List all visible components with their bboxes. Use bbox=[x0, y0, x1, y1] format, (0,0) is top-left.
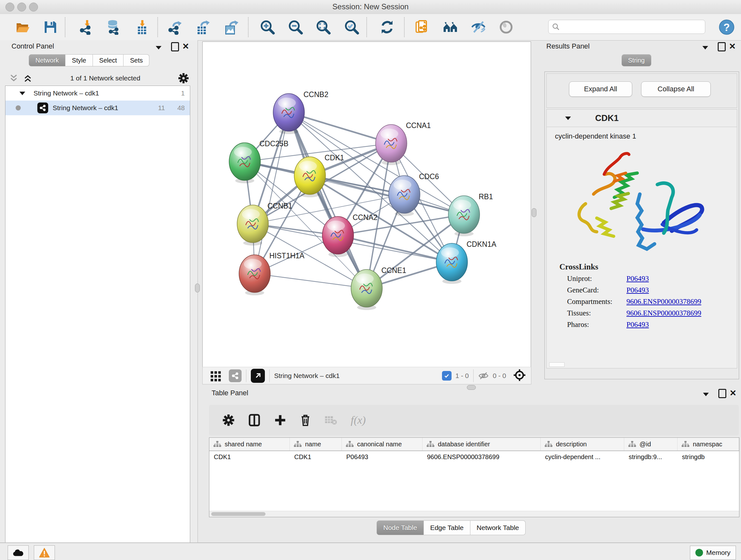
show-column-icon[interactable] bbox=[248, 414, 261, 427]
panel-close-icon[interactable]: ✕ bbox=[730, 388, 737, 398]
zoom-selected-button[interactable] bbox=[342, 18, 361, 37]
control-panel-tabs: NetworkStyleSelectSets bbox=[29, 54, 149, 66]
column-header-@id[interactable]: @id bbox=[624, 438, 677, 450]
expand-all-button[interactable]: Expand All bbox=[569, 81, 632, 97]
help-button[interactable]: ? bbox=[718, 18, 736, 37]
panel-float-icon[interactable] bbox=[171, 42, 179, 51]
apply-layout-button[interactable] bbox=[378, 18, 396, 37]
tree-expander-icon[interactable] bbox=[19, 91, 25, 95]
network-node-CCNA1[interactable] bbox=[376, 125, 407, 165]
network-row-selected[interactable]: String Network – cdk1 11 48 bbox=[5, 101, 190, 115]
network-node-HIST1H1A[interactable] bbox=[239, 255, 270, 295]
zoom-out-button[interactable] bbox=[286, 18, 305, 37]
delete-column-icon[interactable] bbox=[300, 414, 311, 427]
save-session-button[interactable] bbox=[41, 18, 60, 37]
tab-node-table[interactable]: Node Table bbox=[377, 520, 424, 535]
cdk1-entry-header[interactable]: CDK1 bbox=[547, 110, 737, 127]
network-edge[interactable] bbox=[255, 112, 289, 273]
column-header-database-identifier[interactable]: database identifier bbox=[422, 438, 541, 450]
export-network-button[interactable] bbox=[166, 18, 185, 37]
crosslink-link[interactable]: 9606.ENSP00000378699 bbox=[626, 298, 701, 306]
share-document-button[interactable] bbox=[413, 18, 431, 37]
network-view-title: String Network – cdk1 bbox=[274, 372, 340, 380]
crosslink-link[interactable]: 9606.ENSP00000378699 bbox=[626, 309, 701, 317]
string-home-button[interactable] bbox=[441, 18, 460, 37]
hide-elements-button[interactable] bbox=[469, 18, 488, 37]
tab-network[interactable]: Network bbox=[29, 54, 65, 66]
splitter-handle[interactable] bbox=[195, 284, 200, 293]
search-field[interactable] bbox=[548, 20, 705, 34]
string-view-icon[interactable] bbox=[229, 369, 242, 382]
network-edge[interactable] bbox=[289, 112, 367, 288]
expand-all-icon[interactable] bbox=[23, 73, 32, 83]
export-image-button[interactable] bbox=[222, 18, 241, 37]
splitter-handle[interactable] bbox=[532, 208, 536, 217]
show-elements-button[interactable] bbox=[497, 18, 515, 37]
tab-style[interactable]: Style bbox=[65, 54, 92, 66]
open-session-button[interactable] bbox=[13, 18, 31, 37]
panel-menu-icon[interactable] bbox=[702, 43, 708, 52]
network-edge[interactable] bbox=[338, 235, 452, 262]
tab-network-table[interactable]: Network Table bbox=[470, 520, 526, 535]
network-node-RB1[interactable] bbox=[448, 196, 480, 236]
zoom-fit-button[interactable] bbox=[314, 18, 333, 37]
column-header-canonical-name[interactable]: canonical name bbox=[342, 438, 422, 450]
collapse-all-icon[interactable] bbox=[9, 73, 18, 83]
panel-close-icon[interactable]: ✕ bbox=[182, 42, 189, 51]
network-edge[interactable] bbox=[255, 273, 367, 288]
toolbar-separator bbox=[157, 17, 158, 37]
panel-close-icon[interactable]: ✕ bbox=[729, 42, 736, 51]
network-collection-label: String Network – cdk1 bbox=[33, 89, 99, 97]
collapse-all-button[interactable]: Collapse All bbox=[641, 81, 711, 97]
cloud-tasks-button[interactable] bbox=[8, 545, 29, 560]
crosslink-link[interactable]: P06493 bbox=[626, 286, 649, 294]
column-header-namespac[interactable]: namespac bbox=[677, 438, 739, 450]
network-node-CDKN1A[interactable] bbox=[436, 243, 468, 284]
import-table-button[interactable] bbox=[132, 18, 151, 37]
create-column-icon[interactable] bbox=[274, 414, 286, 426]
column-header-name[interactable]: name bbox=[290, 438, 342, 450]
network-node-CCNE1[interactable] bbox=[351, 269, 382, 310]
network-node-CDC25B[interactable] bbox=[229, 143, 260, 183]
column-header-shared-name[interactable]: shared name bbox=[209, 438, 290, 450]
table-row[interactable]: CDK1CDK1P064939606.ENSP00000378699cyclin… bbox=[209, 451, 739, 464]
detach-view-icon[interactable] bbox=[251, 369, 265, 383]
import-network-from-database-button[interactable] bbox=[104, 18, 123, 37]
selected-checkbox-icon[interactable] bbox=[442, 371, 452, 381]
scrollbar-thumb[interactable] bbox=[211, 512, 266, 516]
network-selection-bar: 1 of 1 Network selected bbox=[4, 71, 191, 85]
panel-float-icon[interactable] bbox=[718, 388, 726, 398]
import-network-from-file-button[interactable] bbox=[77, 18, 96, 37]
crosslink-link[interactable]: P06493 bbox=[626, 320, 649, 329]
tab-sets[interactable]: Sets bbox=[124, 54, 149, 66]
entry-expander-icon[interactable] bbox=[565, 117, 571, 120]
network-node-CCNB2[interactable] bbox=[273, 94, 305, 134]
panel-float-icon[interactable] bbox=[718, 42, 726, 51]
panel-menu-icon[interactable] bbox=[703, 389, 709, 399]
table-cell: stringdb bbox=[677, 451, 739, 464]
network-canvas[interactable]: CCNB2CCNA1CDC25BCDK1CDC6RB1CCNB1CCNA2HIS… bbox=[202, 42, 531, 367]
column-header-label: database identifier bbox=[438, 441, 490, 448]
zoom-in-button[interactable] bbox=[258, 18, 277, 37]
horizontal-scrollbar[interactable] bbox=[209, 511, 739, 517]
table-settings-gear-icon[interactable] bbox=[222, 414, 234, 426]
search-input[interactable] bbox=[560, 23, 702, 31]
column-header-description[interactable]: description bbox=[541, 438, 624, 450]
panel-menu-icon[interactable] bbox=[156, 43, 161, 52]
birdseye-toggle-icon[interactable] bbox=[513, 369, 526, 383]
network-node-CCNB1[interactable] bbox=[237, 205, 268, 246]
crosslink-link[interactable]: P06493 bbox=[626, 274, 649, 283]
tab-select[interactable]: Select bbox=[93, 54, 124, 66]
tab-string[interactable]: String bbox=[622, 54, 651, 66]
network-edge[interactable] bbox=[310, 176, 464, 214]
export-table-button[interactable] bbox=[194, 18, 212, 37]
memory-button[interactable]: Memory bbox=[690, 546, 736, 560]
warnings-button[interactable] bbox=[34, 545, 55, 560]
tab-edge-table[interactable]: Edge Table bbox=[424, 520, 470, 535]
mini-scrollbar[interactable] bbox=[549, 362, 564, 367]
gear-icon[interactable] bbox=[178, 73, 189, 84]
network-graph[interactable]: CCNB2CCNA1CDC25BCDK1CDC6RB1CCNB1CCNA2HIS… bbox=[203, 42, 531, 367]
grid-view-icon[interactable] bbox=[210, 370, 222, 382]
network-collection-row[interactable]: String Network – cdk1 1 bbox=[5, 86, 190, 101]
column-header-label: description bbox=[556, 441, 587, 448]
